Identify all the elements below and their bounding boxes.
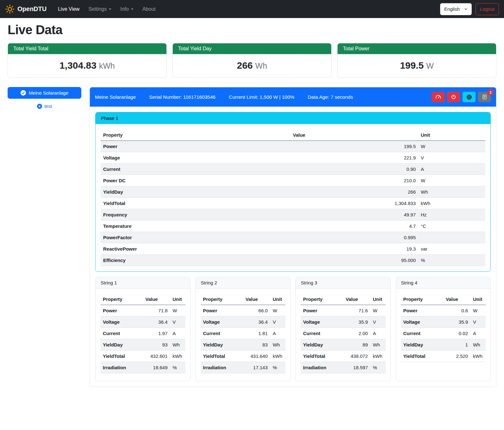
column-header-value: Value: [143, 294, 170, 305]
value-cell: 199.5: [290, 141, 418, 152]
phase-card: Phase 1 Property Value Unit Power199.5WV…: [95, 112, 491, 272]
value-cell: 1,304.833: [290, 198, 418, 209]
value-cell: 2.00: [343, 328, 370, 339]
brand-link[interactable]: OpenDTU: [5, 4, 47, 14]
unit-cell: W: [470, 305, 486, 316]
unit-cell: A: [418, 164, 485, 175]
value-cell: 66.0: [243, 305, 270, 316]
unit-cell: V: [170, 316, 185, 328]
unit-cell: %: [418, 255, 485, 266]
nav-item-settings[interactable]: Settings: [84, 4, 116, 15]
property-cell: Current: [401, 328, 444, 339]
string-title: String 3: [296, 277, 390, 289]
nav-item-settings-label: Settings: [88, 6, 107, 12]
property-cell: Current: [100, 328, 143, 339]
page-title: Live Data: [8, 23, 496, 37]
table-header-row: Property Value Unit: [100, 294, 185, 305]
table-row: Efficiency95.000%: [101, 255, 485, 266]
unit-cell: W: [418, 141, 485, 152]
table-row: YieldDay83Wh: [201, 339, 286, 351]
unit-cell: Wh: [418, 186, 485, 198]
table-row: YieldTotal438.072kWh: [301, 351, 386, 362]
property-cell: Irradiation: [100, 362, 143, 373]
summary-card-body: 199.5W: [338, 54, 496, 78]
test-link[interactable]: test: [8, 103, 81, 109]
navbar-right: English Logout: [440, 3, 499, 15]
caret-down-icon: [109, 9, 111, 11]
check-circle-icon: [21, 90, 26, 96]
summary-card-value: 199.5: [400, 60, 424, 71]
string-title: String 1: [96, 277, 190, 289]
property-cell: Voltage: [201, 316, 243, 328]
table-row: Current1.81A: [201, 328, 286, 339]
navbar-left: OpenDTU Live View Settings Info About: [5, 4, 160, 15]
property-cell: Current: [301, 328, 343, 339]
inverter-select-button[interactable]: Meine Solaranlage: [8, 87, 81, 99]
table-row: YieldDay1Wh: [401, 339, 486, 351]
speedometer-icon: [435, 94, 441, 100]
x-circle-icon: [37, 104, 42, 109]
property-cell: Voltage: [301, 316, 343, 328]
unit-cell: V: [470, 316, 486, 328]
power-button[interactable]: [447, 92, 460, 102]
unit-cell: A: [470, 328, 486, 339]
unit-cell: Hz: [418, 209, 485, 221]
column-header-property: Property: [201, 294, 243, 305]
column-header-property: Property: [301, 294, 343, 305]
column-header-property: Property: [100, 294, 143, 305]
value-cell: 49.97: [290, 209, 418, 221]
table-row: YieldTotal2.520kWh: [401, 351, 486, 362]
inverter-panel-header: Meine Solaranlage Serial Number: 1161716…: [90, 87, 496, 107]
table-row: Irradiation18.597%: [301, 362, 386, 373]
brand-text: OpenDTU: [17, 5, 47, 13]
unit-cell: Wh: [170, 339, 185, 351]
string-title: String 2: [196, 277, 290, 289]
device-info-button[interactable]: [463, 92, 476, 102]
phase-title: Phase 1: [96, 112, 490, 124]
column-header-value: Value: [343, 294, 370, 305]
value-cell: 0.02: [443, 328, 470, 339]
string-card-body: Property Value Unit Power71.6WVoltage35.…: [296, 289, 390, 381]
property-cell: YieldDay: [401, 339, 444, 351]
data-age: Data Age: 7 seconds: [308, 94, 353, 100]
table-row: YieldTotal1,304.833kWh: [101, 198, 485, 209]
table-row: Voltage35.9V: [401, 316, 486, 328]
unit-cell: kWh: [370, 351, 386, 362]
logout-button[interactable]: Logout: [476, 3, 499, 15]
property-cell: YieldDay: [101, 186, 290, 198]
summary-card-title: Total Yield Total: [8, 43, 166, 54]
language-select[interactable]: English: [440, 3, 472, 15]
table-header-row: Property Value Unit: [301, 294, 386, 305]
nav-item-info[interactable]: Info: [116, 4, 138, 15]
string-table: Property Value Unit Power71.8WVoltage36.…: [100, 294, 185, 373]
value-cell: 4.7: [290, 221, 418, 232]
table-row: YieldTotal432.601kWh: [100, 351, 185, 362]
unit-cell: kWh: [418, 198, 485, 209]
table-row: YieldDay93Wh: [100, 339, 185, 351]
limit-settings-button[interactable]: [432, 92, 445, 102]
unit-cell: Wh: [270, 339, 285, 351]
event-count-badge: 2: [488, 89, 494, 95]
table-row: Current0.02A: [401, 328, 486, 339]
summary-card-value: 266: [237, 60, 253, 71]
property-cell: YieldDay: [301, 339, 343, 351]
property-cell: Voltage: [100, 316, 143, 328]
cpu-icon: [466, 94, 472, 100]
string-table: Property Value Unit Power71.6WVoltage35.…: [301, 294, 386, 373]
nav-item-live-view[interactable]: Live View: [53, 4, 84, 15]
table-row: Irradiation18.649%: [100, 362, 185, 373]
unit-cell: W: [418, 175, 485, 186]
property-cell: Power DC: [101, 175, 290, 186]
table-row: Temperature4.7°C: [101, 221, 485, 232]
string-card-4: String 4 Property Value Unit: [396, 277, 491, 381]
value-cell: 221.9: [290, 152, 418, 164]
table-header-row: Property Value Unit: [401, 294, 486, 305]
table-row: Voltage35.9V: [301, 316, 386, 328]
property-cell: Frequency: [101, 209, 290, 221]
event-log-button[interactable]: 2: [478, 92, 491, 102]
unit-cell: kWh: [270, 351, 285, 362]
summary-card-yield-day: Total Yield Day 266Wh: [172, 43, 332, 78]
inverter-panel: Meine Solaranlage Serial Number: 1161716…: [90, 87, 496, 387]
nav-item-about[interactable]: About: [138, 4, 160, 15]
property-cell: Voltage: [401, 316, 444, 328]
